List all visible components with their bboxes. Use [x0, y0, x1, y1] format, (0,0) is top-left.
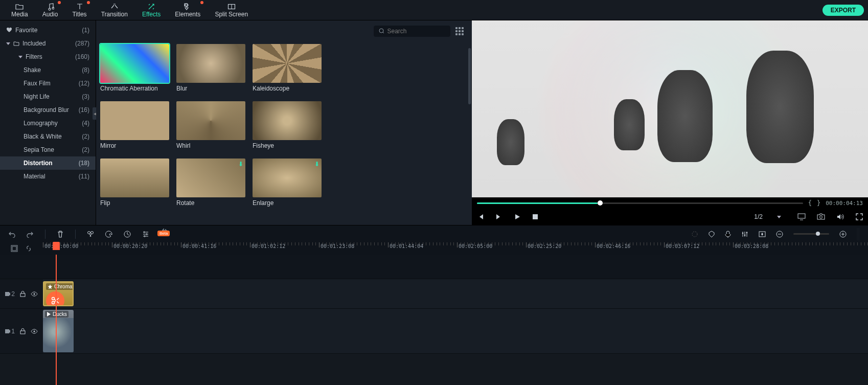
sidebar-item-background-blur[interactable]: Background Blur(16) — [0, 103, 96, 117]
lock-button[interactable] — [20, 291, 26, 297]
delete-button[interactable] — [57, 231, 64, 238]
svg-rect-4 — [817, 215, 825, 219]
effect-kaleidoscope[interactable]: Kaleidoscope — [253, 44, 322, 92]
video-track-icon — [5, 291, 10, 297]
effect-thumbnail — [253, 44, 322, 83]
effect-chromatic-aberration[interactable]: Chromatic Aberration — [100, 44, 169, 92]
sidebar-item-lomography[interactable]: Lomography(4) — [0, 117, 96, 130]
effect-label: Enlarge — [253, 199, 322, 207]
tab-effects[interactable]: Effects — [135, 2, 168, 19]
sidebar-item-black-white[interactable]: Black & White(2) — [0, 130, 96, 143]
sidebar-filters[interactable]: Filters (160) — [0, 50, 96, 63]
ruler-label: 00:02:05:00 — [459, 243, 492, 249]
snapshot-button[interactable] — [817, 213, 825, 220]
ruler-label: 00:00:20:20 — [113, 243, 147, 249]
play-button[interactable] — [514, 213, 521, 220]
effect-flip[interactable]: Flip — [100, 158, 169, 207]
timeline-ruler-row: 00:00:00:0000:00:20:2000:00:41:1600:01:0… — [0, 242, 868, 255]
playhead-flag[interactable] — [53, 242, 60, 250]
speed-button[interactable] — [124, 231, 131, 238]
visibility-button[interactable] — [31, 291, 38, 297]
video-track-body[interactable]: Ducks — [43, 309, 868, 353]
effect-track-body[interactable]: Chromati — [43, 279, 868, 308]
seek-slider[interactable] — [477, 202, 803, 204]
grid-view-button[interactable] — [455, 27, 464, 35]
ruler-label: 00:00:41:16 — [182, 243, 216, 249]
scrollbar[interactable] — [468, 48, 471, 104]
sidebar-item-distortion[interactable]: Distortion(18) — [0, 156, 96, 170]
playhead[interactable] — [56, 255, 57, 385]
effect-rotate[interactable]: ⬇Rotate — [176, 158, 245, 207]
zoom-out-button[interactable] — [776, 231, 783, 238]
volume-button[interactable] — [836, 213, 844, 220]
svg-point-1 — [379, 29, 383, 33]
video-clip[interactable]: Ducks — [43, 310, 74, 352]
effect-label: Rotate — [176, 199, 245, 207]
tab-split-screen[interactable]: Split Screen — [208, 2, 255, 19]
effect-label: Mirror — [100, 142, 169, 149]
effect-fisheye[interactable]: Fisheye — [253, 101, 322, 149]
render-button[interactable] — [691, 231, 698, 238]
svg-rect-20 — [20, 293, 25, 297]
preview-canvas[interactable] — [472, 20, 868, 197]
svg-point-9 — [692, 232, 697, 237]
step-back-button[interactable] — [477, 213, 484, 220]
tab-elements[interactable]: Elements — [168, 2, 208, 19]
search-icon — [379, 28, 384, 34]
ruler-label: 00:03:07:12 — [666, 243, 699, 249]
sidebar-item-shake[interactable]: Shake(8) — [0, 63, 96, 77]
tab-media[interactable]: Media — [4, 2, 35, 19]
split-button[interactable] — [87, 231, 94, 238]
tab-titles[interactable]: Titles — [65, 2, 94, 19]
svg-rect-2 — [533, 214, 538, 219]
elements-icon — [184, 3, 192, 11]
sidebar-favorite[interactable]: Favorite (1) — [0, 24, 96, 37]
transition-icon — [110, 3, 119, 11]
voiceover-button[interactable] — [725, 231, 731, 238]
music-icon — [46, 3, 54, 11]
redo-button[interactable] — [27, 231, 34, 238]
zoom-fit-button[interactable] — [857, 228, 860, 240]
marker-button[interactable] — [709, 231, 715, 238]
sidebar: Favorite (1) Included (287) Filters (160… — [0, 20, 96, 225]
preview-panel: { } 00:00:04:13 1/2 — [472, 20, 868, 225]
zoom-slider[interactable] — [793, 233, 829, 235]
step-forward-button[interactable] — [495, 213, 502, 220]
fullscreen-button[interactable] — [856, 213, 863, 220]
svg-point-12 — [744, 234, 746, 236]
link-button[interactable] — [25, 245, 32, 252]
effect-thumbnail — [100, 158, 169, 197]
svg-point-11 — [742, 232, 744, 234]
effect-clip[interactable]: Chromati — [43, 281, 74, 306]
folder-icon — [13, 40, 19, 47]
mixer-button[interactable] — [741, 231, 748, 238]
timeline-ruler[interactable]: 00:00:00:0000:00:20:2000:00:41:1600:01:0… — [43, 242, 868, 255]
sidebar-item-night-life[interactable]: Night Life(3) — [0, 90, 96, 103]
effect-blur[interactable]: Blur — [176, 44, 245, 92]
monitor-icon[interactable] — [797, 213, 806, 220]
sidebar-included[interactable]: Included (287) — [0, 37, 96, 50]
preview-scale-dropdown[interactable]: 1/2 — [749, 212, 786, 221]
search-input[interactable] — [374, 26, 450, 37]
stop-button[interactable] — [532, 214, 538, 220]
visibility-button[interactable] — [31, 329, 38, 334]
tab-transition[interactable]: Transition — [94, 2, 135, 19]
undo-button[interactable] — [8, 231, 15, 238]
video-track: 1 Ducks — [0, 309, 868, 354]
sidebar-item-material[interactable]: Material(11) — [0, 170, 96, 183]
effect-whirl[interactable]: Whirl — [176, 101, 245, 149]
empty-track[interactable] — [43, 255, 868, 279]
sidebar-item-sepia-tone[interactable]: Sepia Tone(2) — [0, 143, 96, 156]
lock-button[interactable] — [20, 328, 26, 334]
color-button[interactable] — [105, 231, 112, 238]
export-button[interactable]: EXPORT — [823, 5, 864, 16]
effect-mirror[interactable]: Mirror — [100, 101, 169, 149]
effect-enlarge[interactable]: ⬇Enlarge — [253, 158, 322, 207]
effects-panel: Chromatic AberrationBlurKaleidoscopeMirr… — [96, 20, 472, 225]
zoom-in-button[interactable] — [839, 231, 847, 238]
track-manage-button[interactable] — [11, 245, 18, 252]
sidebar-item-faux-film[interactable]: Faux Film(12) — [0, 77, 96, 90]
tab-audio[interactable]: Audio — [35, 2, 65, 19]
keyframe-button[interactable] — [759, 231, 766, 237]
adjust-button[interactable] — [142, 231, 149, 238]
